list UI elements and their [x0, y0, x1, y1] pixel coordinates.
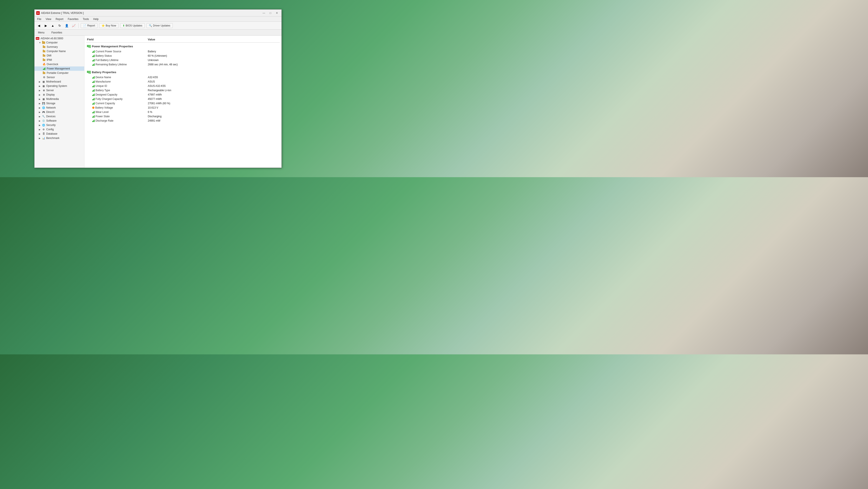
row-wear-level: Wear Level 6 % — [86, 110, 280, 114]
value-designed-capacity: 47997 mWh — [147, 93, 280, 97]
window-title: AIDA64 Extreme [ TRIAL VERSION ] — [41, 11, 84, 15]
value-remaining-battery: 2688 sec (44 min, 48 sec) — [147, 62, 280, 66]
benchmark-icon: 📊 — [42, 136, 45, 140]
value-battery-voltage: 10.613 V — [147, 106, 280, 110]
field-battery-voltage: Battery Voltage — [86, 106, 147, 110]
sidebar-item-dmi[interactable]: DMI — [34, 53, 84, 58]
storage-icon: 💾 — [42, 102, 45, 105]
sidebar-item-network[interactable]: ▶ 🌐 Network — [34, 106, 84, 110]
sidebar-item-sensor[interactable]: ⚙ Sensor — [34, 75, 84, 80]
power-icon — [42, 67, 46, 70]
field-remaining-battery: Remaining Battery Lifetime — [86, 62, 147, 66]
database-icon: 🗄 — [42, 132, 45, 136]
field-icon-fully-charged — [92, 98, 95, 100]
row-designed-capacity: Designed Capacity 47997 mWh — [86, 92, 280, 97]
value-current-capacity: 27081 mWh (60 %) — [147, 102, 280, 105]
user-button[interactable]: 👤 — [64, 23, 70, 29]
sidebar-item-directx[interactable]: ▶ 🎮 DirectX — [34, 110, 84, 114]
close-button[interactable]: ✕ — [274, 11, 280, 15]
table-header: Field Value — [86, 37, 280, 42]
sidebar-item-motherboard[interactable]: ▶ ▦ Motherboard — [34, 80, 84, 84]
bios-button[interactable]: ⬇ BIOS Updates — [120, 23, 145, 28]
up-button[interactable]: ▲ — [50, 23, 56, 29]
expand-arrow-multimedia: ▶ — [39, 98, 42, 100]
chart-button[interactable]: 📈 — [70, 23, 76, 29]
sidebar-item-config[interactable]: ▶ ⚙ Config — [34, 127, 84, 132]
sidebar-item-devices[interactable]: ▶ 🔧 Devices — [34, 114, 84, 119]
field-discharge-rate: Discharge Rate — [86, 119, 147, 123]
sidebar-item-security[interactable]: ▶ 🌐 Security — [34, 123, 84, 127]
buynow-icon: ⭐ — [101, 24, 105, 27]
menu-tools[interactable]: Tools — [81, 17, 91, 21]
content-area: 64 AIDA64 v6.60.5900 ▼ Computer Summary — [34, 36, 281, 168]
sidebar-label-software: Software — [46, 119, 56, 122]
expand-arrow-motherboard: ▶ — [39, 81, 42, 83]
sidebar-label-os: Operating System — [46, 84, 67, 87]
sidebar-label-security: Security — [46, 123, 56, 126]
sidebar-label-devices: Devices — [46, 115, 56, 118]
field-icon-designed-capacity — [92, 94, 95, 96]
sidebar-label-config: Config — [46, 128, 54, 131]
buynow-button[interactable]: ⭐ Buy Now — [99, 23, 119, 28]
sidebar-label-directx: DirectX — [46, 111, 55, 114]
report-button[interactable]: 📄 Report — [81, 23, 97, 28]
sidebar-item-storage[interactable]: ▶ 💾 Storage — [34, 101, 84, 106]
sidebar-item-server[interactable]: ▶ 🖥 Server — [34, 88, 84, 92]
menu-bar: File View Report Favorites Tools Help — [34, 17, 281, 22]
sidebar-label-ipmi: IPMI — [46, 58, 52, 61]
sidebar-item-portablecomputer[interactable]: Portable Computer — [34, 71, 84, 75]
menu-report[interactable]: Report — [54, 17, 65, 21]
aida-logo: 64 — [36, 37, 39, 40]
section-pm-title: Power Management Properties — [92, 45, 133, 48]
title-bar-left: 64 AIDA64 Extreme [ TRIAL VERSION ] — [36, 11, 84, 15]
field-icon-battery-status — [92, 55, 95, 57]
sidebar-item-software[interactable]: ▶ 💿 Software — [34, 119, 84, 123]
sidebar-item-powermanagement[interactable]: Power Management — [34, 66, 84, 71]
sidebar-item-computer[interactable]: ▼ Computer — [34, 40, 84, 45]
maximize-button[interactable]: □ — [268, 11, 273, 15]
driver-button[interactable]: 🔍 Driver Updates — [147, 23, 173, 28]
sidebar-item-benchmark[interactable]: ▶ 📊 Benchmark — [34, 136, 84, 140]
sidebar-item-multimedia[interactable]: ▶ ▦ Multimedia — [34, 97, 84, 101]
motherboard-icon: ▦ — [42, 80, 45, 83]
sidebar-item-ipmi[interactable]: IPMI — [34, 58, 84, 62]
menu-view[interactable]: View — [44, 17, 53, 21]
sidebar-item-overclock[interactable]: 🔥 Overclock — [34, 62, 84, 66]
sidebar-label-database: Database — [46, 132, 57, 135]
field-icon-unique-id — [92, 85, 95, 87]
sidebar-label-network: Network — [46, 106, 56, 109]
forward-button[interactable]: ▶ — [43, 23, 49, 29]
refresh-button[interactable]: ↻ — [57, 23, 63, 29]
sidebar-item-computername[interactable]: Computer Name — [34, 49, 84, 53]
tab-favorites[interactable]: Favorites — [50, 30, 64, 35]
field-icon-remaining-battery — [92, 63, 95, 66]
expand-arrow-computer: ▼ — [39, 41, 42, 44]
field-icon-battery-voltage — [92, 107, 94, 109]
menu-file[interactable]: File — [35, 17, 43, 21]
bios-label: BIOS Updates — [126, 24, 142, 27]
os-icon: ▦ — [42, 84, 45, 88]
value-wear-level: 6 % — [147, 110, 280, 114]
minimize-button[interactable]: — — [261, 11, 267, 15]
nav-bar: Menu Favorites — [34, 30, 281, 36]
row-discharge-rate: Discharge Rate 24991 mW — [86, 119, 280, 123]
tab-menu[interactable]: Menu — [36, 30, 46, 35]
sidebar-item-summary[interactable]: Summary — [34, 45, 84, 49]
sidebar-item-os[interactable]: ▶ ▦ Operating System — [34, 84, 84, 88]
menu-help[interactable]: Help — [92, 17, 100, 21]
network-icon: 🌐 — [42, 106, 45, 110]
menu-favorites[interactable]: Favorites — [66, 17, 80, 21]
field-current-power-source: Current Power Source — [86, 50, 147, 53]
value-battery-status: 60 % (Unknown) — [147, 54, 280, 58]
sidebar-label-motherboard: Motherboard — [46, 80, 61, 83]
back-button[interactable]: ◀ — [36, 23, 42, 29]
sidebar-item-database[interactable]: ▶ 🗄 Database — [34, 132, 84, 136]
driver-icon: 🔍 — [149, 24, 152, 27]
expand-arrow-directx: ▶ — [39, 111, 42, 113]
sidebar-item-display[interactable]: ▶ 🖥 Display — [34, 92, 84, 97]
field-icon-device-name — [92, 76, 95, 79]
row-unique-id: Unique ID ASUS A32-K55 — [86, 84, 280, 88]
value-unique-id: ASUS A32-K55 — [147, 84, 280, 88]
buynow-label: Buy Now — [106, 24, 116, 27]
field-current-capacity: Current Capacity — [86, 102, 147, 105]
